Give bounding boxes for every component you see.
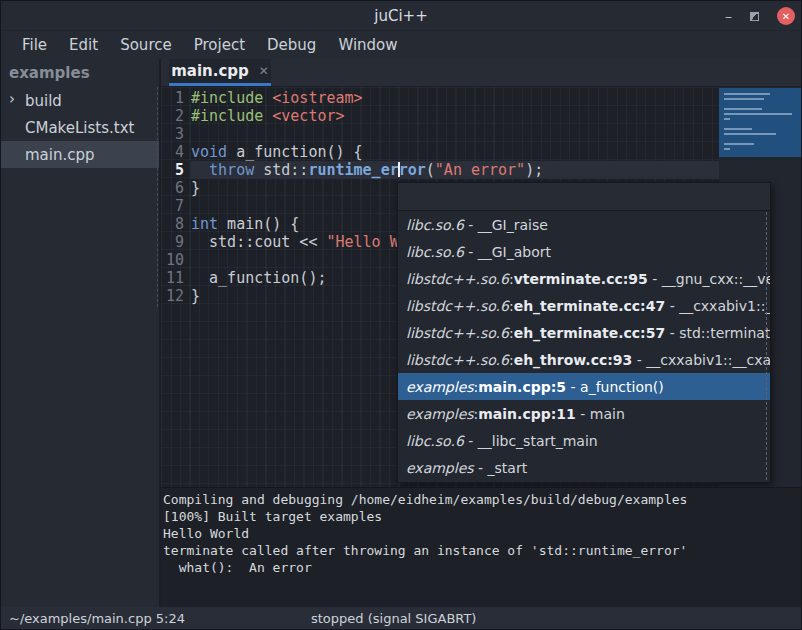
restore-icon[interactable] [750,12,759,21]
code-token: void [191,143,227,161]
code-token: std::cout << [191,233,326,251]
backtrace-module: libc.so.6 [406,217,464,233]
sidebar-item-cmakelists-txt[interactable]: CMakeLists.txt [1,114,159,141]
backtrace-module: examples [406,460,474,476]
backtrace-function: - __GI_raise [464,217,548,233]
backtrace-item[interactable]: libstdc++.so.6:eh_throw.cc:93 - __cxxabi… [398,346,770,373]
main-area: examples ›buildCMakeLists.txtmain.cpp ma… [1,59,801,607]
menu-debug[interactable]: Debug [256,33,327,57]
backtrace-module: libstdc++.so.6 [406,298,509,314]
code-token: int [191,215,218,233]
minimap-code-line [724,93,770,95]
code-text: throw std::runtime_error("An error"); [191,161,721,179]
minimize-icon[interactable]: – [725,11,732,21]
backtrace-function: - a_function() [566,379,664,395]
minimap-code-line [724,128,752,130]
code-token: #include [191,107,263,125]
backtrace-item[interactable]: libc.so.6 - __GI_abort [398,238,770,265]
terminal-output[interactable]: Compiling and debugging /home/eidheim/ex… [161,487,801,609]
backtrace-item[interactable]: examples:main.cpp:5 - a_function() [398,373,770,400]
menu-edit[interactable]: Edit [58,33,109,57]
code-token: std:: [254,161,308,179]
terminal-line: terminate called after throwing an insta… [163,542,801,559]
menu-project[interactable]: Project [183,33,256,57]
backtrace-location: eh_terminate.cc:57 [514,325,666,341]
backtrace-item[interactable]: libc.so.6 - __libc_start_main [398,427,770,454]
sidebar-item-label: build [25,92,62,110]
code-line-1[interactable]: 1#include <iostream> [161,89,721,107]
file-tree-sidebar: examples ›buildCMakeLists.txtmain.cpp [1,59,161,607]
backtrace-item[interactable]: libstdc++.so.6:eh_terminate.cc:57 - std:… [398,319,770,346]
window-title: juCi++ [374,7,427,25]
line-number: 1 [161,89,191,107]
backtrace-item[interactable]: libc.so.6 - __GI_raise [398,211,770,238]
menu-source[interactable]: Source [109,33,183,57]
code-line-4[interactable]: 4void a_function() { [161,143,721,161]
tab-close-icon[interactable]: ✕ [259,64,269,78]
backtrace-module: libstdc++.so.6 [406,271,509,287]
backtrace-function: - main [576,406,625,422]
backtrace-function: - __gnu_cxx::__verbos [648,271,770,287]
menu-window[interactable]: Window [327,33,408,57]
backtrace-item[interactable]: libstdc++.so.6:eh_terminate.cc:47 - __cx… [398,292,770,319]
terminal-line: Hello World [163,525,801,542]
backtrace-module: libc.so.6 [406,433,464,449]
line-number: 7 [161,197,191,215]
backtrace-popup: libc.so.6 - __GI_raiselibc.so.6 - __GI_a… [397,182,771,483]
code-line-3[interactable]: 3 [161,125,721,143]
backtrace-function: - std::terminate() [665,325,770,341]
popup-scrollbar[interactable] [766,212,767,480]
menu-file[interactable]: File [11,33,58,57]
backtrace-module: examples [406,406,474,422]
sidebar-item-main-cpp[interactable]: main.cpp [1,141,159,168]
menubar: FileEditSourceProjectDebugWindow [1,31,801,59]
backtrace-item[interactable]: examples - _start [398,454,770,481]
line-number: 9 [161,233,191,251]
line-number: 10 [161,251,191,269]
terminal-line: what(): An error [163,559,801,576]
backtrace-module: libstdc++.so.6 [406,352,509,368]
backtrace-function: - _start [474,460,528,476]
minimap-code-line [724,113,792,115]
backtrace-module: libc.so.6 [406,244,464,260]
backtrace-item[interactable]: examples:main.cpp:11 - main [398,400,770,427]
line-number: 2 [161,107,191,125]
code-token [263,89,272,107]
editor-column: main.cpp ✕ 1#include <iostream>2#include… [161,59,801,607]
code-editor[interactable]: 1#include <iostream>2#include <vector>34… [161,87,801,487]
close-icon[interactable]: ✕ [777,7,795,25]
code-token: "Hello W [326,233,398,251]
code-token: } [191,179,200,197]
tab-label: main.cpp [171,62,249,80]
chevron-right-icon[interactable]: › [9,90,15,108]
line-number: 11 [161,269,191,287]
tabbar: main.cpp ✕ [161,59,801,87]
code-token: ); [525,161,543,179]
line-number: 12 [161,287,191,305]
terminal-line: [100%] Built target examples [163,508,801,525]
titlebar[interactable]: juCi++ – ✕ [1,1,801,31]
code-line-2[interactable]: 2#include <vector> [161,107,721,125]
status-file-location: ~/examples/main.cpp 5:24 [1,611,185,626]
sidebar-item-build[interactable]: ›build [1,87,159,114]
statusbar: ~/examples/main.cpp 5:24 stopped (signal… [1,607,801,629]
code-text: void a_function() { [191,143,721,161]
backtrace-module: examples [406,379,474,395]
minimap-preview[interactable] [719,88,801,157]
tab-main-cpp[interactable]: main.cpp ✕ [169,59,271,86]
code-token: ror [399,161,426,179]
backtrace-function: - __cxxabiv1::__cxa_thro [632,352,770,368]
code-line-5[interactable]: 5 throw std::runtime_error("An error"); [161,161,721,179]
code-token: "An error" [435,161,525,179]
code-token: ( [426,161,435,179]
sidebar-item-label: CMakeLists.txt [25,119,134,137]
minimap-code-line [724,108,762,110]
backtrace-location: main.cpp:11 [478,406,576,422]
backtrace-filter-input[interactable] [398,183,770,211]
project-name-header: examples [1,59,159,87]
code-text: #include <iostream> [191,89,721,107]
minimap-code-line [724,118,730,120]
backtrace-item[interactable]: libstdc++.so.6:vterminate.cc:95 - __gnu_… [398,265,770,292]
code-token [191,161,209,179]
code-token: main() { [218,215,299,233]
